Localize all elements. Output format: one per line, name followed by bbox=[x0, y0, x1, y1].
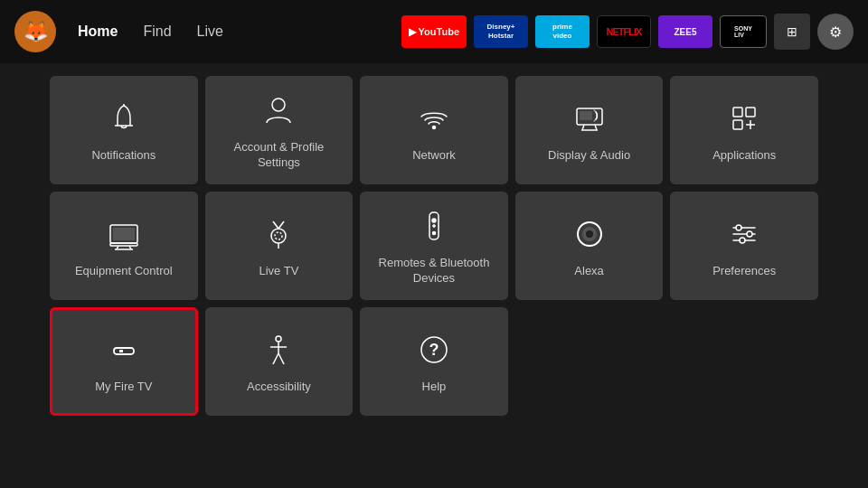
tile-alexa-label: Alexa bbox=[574, 264, 604, 279]
svg-line-8 bbox=[582, 125, 584, 130]
sliders-icon bbox=[723, 213, 765, 255]
youtube-shortcut[interactable]: ▶ YouTube bbox=[401, 15, 467, 48]
tile-equipment-label: Equipment Control bbox=[75, 264, 173, 279]
svg-text:ZEE5: ZEE5 bbox=[674, 27, 696, 37]
tile-equipment[interactable]: Equipment Control bbox=[50, 192, 198, 300]
antenna-icon bbox=[258, 213, 299, 255]
settings-container: Notifications Account & Profile Settings… bbox=[0, 63, 868, 428]
sonyliv-shortcut[interactable]: SONYLIV bbox=[720, 15, 767, 48]
tile-myfiretv-label: My Fire TV bbox=[95, 380, 152, 395]
svg-point-30 bbox=[432, 219, 436, 222]
tile-network-label: Network bbox=[412, 148, 456, 164]
alexa-icon bbox=[569, 213, 610, 255]
tile-remotes-label: Remotes & Bluetooth Devices bbox=[367, 256, 501, 286]
svg-rect-15 bbox=[733, 120, 742, 129]
svg-point-42 bbox=[740, 238, 745, 243]
svg-point-40 bbox=[736, 225, 741, 230]
prime-shortcut[interactable]: primevideo bbox=[535, 15, 590, 48]
accessibility-icon bbox=[258, 329, 299, 371]
svg-point-41 bbox=[747, 231, 752, 237]
svg-point-25 bbox=[275, 232, 282, 239]
nav-home[interactable]: Home bbox=[78, 23, 118, 40]
tile-help[interactable]: ? Help bbox=[360, 307, 508, 416]
svg-rect-43 bbox=[114, 348, 134, 354]
netflix-shortcut[interactable]: NETFLIX bbox=[597, 15, 651, 48]
tile-applications[interactable]: Applications bbox=[670, 76, 818, 184]
zee5-shortcut[interactable]: ZEE5 bbox=[658, 15, 712, 48]
svg-rect-14 bbox=[746, 108, 755, 117]
settings-grid: Notifications Account & Profile Settings… bbox=[50, 76, 818, 416]
tile-accessibility-label: Accessibility bbox=[247, 380, 311, 395]
tile-notifications-label: Notifications bbox=[91, 148, 156, 164]
svg-point-6 bbox=[432, 126, 435, 128]
tile-myfiretv[interactable]: My Fire TV bbox=[50, 307, 198, 416]
tile-notifications[interactable]: Notifications bbox=[50, 76, 198, 184]
svg-line-49 bbox=[278, 353, 284, 364]
svg-line-9 bbox=[595, 125, 597, 130]
tile-account[interactable]: Account & Profile Settings bbox=[205, 76, 354, 184]
svg-point-45 bbox=[276, 336, 281, 342]
svg-rect-12 bbox=[580, 111, 592, 120]
svg-rect-19 bbox=[113, 228, 135, 240]
tile-accessibility[interactable]: Accessibility bbox=[205, 307, 354, 416]
svg-rect-20 bbox=[110, 243, 137, 246]
help-icon: ? bbox=[413, 329, 455, 371]
app-logo[interactable]: 🦊 bbox=[14, 11, 56, 52]
tile-alexa[interactable]: Alexa bbox=[515, 192, 664, 300]
svg-rect-13 bbox=[733, 108, 742, 117]
nav-links: Home Find Live bbox=[78, 23, 223, 40]
person-icon bbox=[258, 89, 299, 131]
nav-app-shortcuts: ▶ YouTube Disney+Hotstar primevideo NETF… bbox=[401, 14, 854, 50]
wifi-icon bbox=[413, 98, 455, 139]
tile-preferences-label: Preferences bbox=[712, 264, 776, 279]
bell-icon bbox=[103, 98, 145, 139]
display-icon bbox=[569, 98, 610, 139]
disney-shortcut[interactable]: Disney+Hotstar bbox=[474, 15, 528, 48]
nav-find[interactable]: Find bbox=[143, 23, 171, 40]
remote-icon bbox=[413, 205, 455, 247]
apps-grid-button[interactable]: ⊞ bbox=[774, 14, 810, 50]
tv-icon bbox=[103, 213, 145, 255]
svg-point-5 bbox=[272, 99, 285, 111]
svg-line-26 bbox=[273, 221, 278, 229]
firetv-icon bbox=[103, 329, 145, 371]
tile-display-label: Display & Audio bbox=[548, 148, 630, 164]
tile-livetv[interactable]: Live TV bbox=[205, 192, 354, 300]
tile-help-label: Help bbox=[422, 380, 447, 395]
nav-live[interactable]: Live bbox=[197, 23, 223, 40]
top-navigation: 🦊 Home Find Live ▶ YouTube Disney+Hotsta… bbox=[0, 0, 868, 63]
svg-point-36 bbox=[586, 230, 593, 238]
tile-applications-label: Applications bbox=[712, 148, 776, 164]
svg-line-27 bbox=[278, 221, 284, 229]
empty-tile-2 bbox=[670, 307, 818, 416]
apps-icon bbox=[723, 98, 765, 139]
tile-remotes[interactable]: Remotes & Bluetooth Devices bbox=[360, 192, 508, 300]
tile-display[interactable]: Display & Audio bbox=[515, 76, 664, 184]
tile-network[interactable]: Network bbox=[360, 76, 508, 184]
svg-point-33 bbox=[432, 232, 435, 235]
svg-point-24 bbox=[271, 229, 286, 243]
tile-account-label: Account & Profile Settings bbox=[212, 140, 346, 171]
tile-livetv-label: Live TV bbox=[259, 264, 298, 279]
empty-tile-1 bbox=[515, 307, 664, 416]
tile-preferences[interactable]: Preferences bbox=[670, 192, 818, 300]
svg-line-48 bbox=[273, 353, 278, 364]
settings-button[interactable]: ⚙ bbox=[817, 14, 854, 50]
svg-rect-44 bbox=[119, 350, 123, 352]
svg-text:?: ? bbox=[429, 341, 439, 359]
